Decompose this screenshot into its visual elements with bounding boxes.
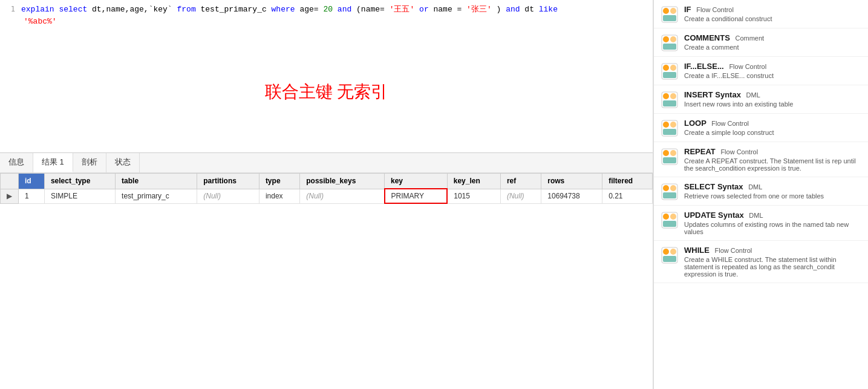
- cell-partitions: (Null): [197, 189, 259, 203]
- val-age: 20: [323, 5, 333, 14]
- svg-point-25: [663, 185, 669, 191]
- snippet-while-title: WHILE Flow Control: [684, 246, 861, 255]
- cell-type: index: [259, 189, 299, 203]
- svg-point-33: [663, 249, 669, 255]
- col-ref: ref: [500, 174, 541, 189]
- svg-rect-35: [663, 256, 676, 262]
- snippet-if-icon: [661, 6, 678, 23]
- snippet-comments-info: COMMENTS Comment Create a comment: [684, 33, 861, 51]
- svg-point-34: [670, 249, 676, 255]
- snippet-while-desc: Create a WHILE construct. The statement …: [684, 256, 861, 278]
- svg-point-29: [663, 214, 669, 220]
- snippet-comments-title: COMMENTS Comment: [684, 33, 861, 42]
- snippet-ifelse[interactable]: IF...ELSE... Flow Control Create a IF...…: [654, 57, 868, 85]
- svg-point-1: [663, 8, 669, 14]
- open-paren: (name=: [356, 5, 385, 14]
- snippet-update-title: UPDATE Syntax DML: [684, 211, 861, 220]
- cell-select-type: SIMPLE: [44, 189, 115, 203]
- snippet-while-info: WHILE Flow Control Create a WHILE constr…: [684, 246, 861, 278]
- sql-editor-area: 1 explain select dt,name,age,`key` from …: [0, 0, 653, 31]
- col-rows: rows: [541, 174, 602, 189]
- str-pattern: '%abc%': [24, 17, 57, 26]
- snippet-repeat-info: REPEAT Flow Control Create A REPEAT cons…: [684, 147, 861, 172]
- cell-filtered: 0.21: [602, 189, 653, 203]
- snippet-repeat-icon: [661, 148, 678, 165]
- snippet-ifelse-desc: Create a IF...ELSE... construct: [684, 72, 861, 79]
- snippet-loop[interactable]: LOOP Flow Control Create a simple loop c…: [654, 114, 868, 142]
- tab-status[interactable]: 状态: [106, 153, 140, 172]
- snippet-comments-desc: Create a comment: [684, 44, 861, 51]
- svg-rect-23: [663, 157, 676, 163]
- svg-point-14: [670, 93, 676, 99]
- tab-profile[interactable]: 剖析: [73, 153, 106, 172]
- col-key-len: key_len: [447, 174, 500, 189]
- snippet-select-icon: [661, 183, 678, 200]
- cell-possible-keys: (Null): [300, 189, 385, 203]
- svg-rect-11: [663, 72, 676, 78]
- str-zhangsan: '张三': [466, 5, 492, 14]
- editor-panel: 1 explain select dt,name,age,`key` from …: [0, 0, 653, 389]
- snippet-update-info: UPDATE Syntax DML Updates columns of exi…: [684, 211, 861, 235]
- svg-point-17: [663, 122, 669, 128]
- snippet-if-info: IF Flow Control Create a conditional con…: [684, 5, 861, 22]
- center-area: 联合主键 无索引: [0, 31, 653, 152]
- col-filtered: filtered: [602, 174, 653, 189]
- snippet-insert[interactable]: INSERT Syntax DML Insert new rows into a…: [654, 85, 868, 114]
- tab-results[interactable]: 结果 1: [33, 153, 73, 172]
- snippet-comments[interactable]: COMMENTS Comment Create a comment: [654, 28, 868, 57]
- sql-line-1: explain select dt,name,age,`key` from te…: [21, 4, 653, 16]
- kw-explain: explain: [21, 5, 54, 14]
- sql-line-2: '%abc%': [21, 16, 653, 28]
- snippet-select-desc: Retrieve rows selected from one or more …: [684, 192, 861, 200]
- svg-point-13: [663, 93, 669, 99]
- close-paren: ): [497, 5, 506, 14]
- table-name: test_primary_c: [201, 5, 272, 14]
- snippet-if-title: IF Flow Control: [684, 5, 861, 14]
- sql-line-content[interactable]: explain select dt,name,age,`key` from te…: [21, 4, 653, 28]
- kw-or: or: [419, 5, 433, 14]
- svg-rect-15: [663, 100, 676, 106]
- svg-rect-31: [663, 221, 676, 227]
- snippet-ifelse-title: IF...ELSE... Flow Control: [684, 62, 861, 71]
- col-select-type: select_type: [44, 174, 115, 189]
- svg-point-2: [670, 8, 676, 14]
- kw-like: like: [539, 5, 558, 14]
- snippet-if[interactable]: IF Flow Control Create a conditional con…: [654, 0, 868, 28]
- snippet-comments-icon: [661, 34, 678, 51]
- tab-info[interactable]: 信息: [0, 153, 33, 172]
- snippet-update[interactable]: UPDATE Syntax DML Updates columns of exi…: [654, 206, 868, 241]
- snippet-loop-title: LOOP Flow Control: [684, 119, 861, 128]
- results-area: id select_type table partitions type pos…: [0, 172, 653, 245]
- snippet-select[interactable]: SELECT Syntax DML Retrieve rows selected…: [654, 177, 868, 206]
- snippet-ifelse-icon: [661, 63, 678, 80]
- kw-select: select: [59, 5, 87, 14]
- svg-rect-7: [663, 44, 676, 50]
- snippet-while[interactable]: WHILE Flow Control Create a WHILE constr…: [654, 241, 868, 283]
- row-indicator-header: [1, 174, 19, 189]
- snippet-insert-icon: [661, 91, 678, 108]
- kw-and1: and: [338, 5, 356, 14]
- cell-table: test_primary_c: [116, 189, 197, 203]
- line-number: 1: [0, 4, 21, 28]
- svg-point-6: [670, 36, 676, 42]
- svg-rect-3: [663, 15, 676, 21]
- snippet-ifelse-info: IF...ELSE... Flow Control Create a IF...…: [684, 62, 861, 79]
- snippet-if-desc: Create a conditional construct: [684, 15, 861, 22]
- col-key: key: [385, 174, 448, 189]
- str-wangwu: '王五': [390, 5, 415, 14]
- snippet-loop-desc: Create a simple loop construct: [684, 129, 861, 136]
- table-row: ▶ 1 SIMPLE test_primary_c (Null) index (…: [1, 189, 653, 203]
- cell-ref: (Null): [500, 189, 541, 203]
- col-table: table: [116, 174, 197, 189]
- svg-point-26: [670, 185, 676, 191]
- right-panel: IF Flow Control Create a conditional con…: [653, 0, 868, 389]
- col-possible-keys: possible_keys: [300, 174, 385, 189]
- center-label: 联合主键 无索引: [265, 80, 388, 103]
- svg-rect-27: [663, 192, 676, 198]
- svg-point-22: [670, 150, 676, 156]
- cell-key-len: 1015: [447, 189, 500, 203]
- snippet-repeat[interactable]: REPEAT Flow Control Create A REPEAT cons…: [654, 142, 868, 177]
- snippet-loop-info: LOOP Flow Control Create a simple loop c…: [684, 119, 861, 136]
- cell-rows: 10694738: [541, 189, 602, 203]
- col-id: id: [19, 174, 45, 189]
